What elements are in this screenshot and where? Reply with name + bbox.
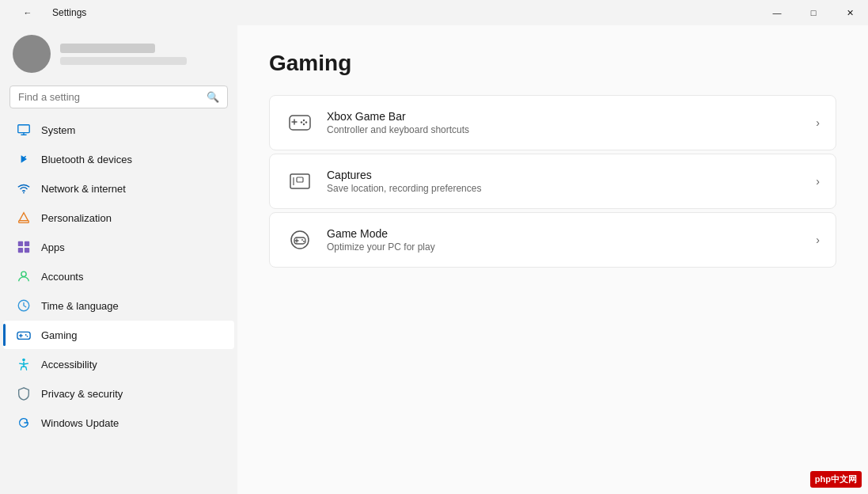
captures-card[interactable]: Captures Save location, recording prefer… [269, 154, 836, 209]
user-profile [0, 25, 237, 86]
maximize-button[interactable]: □ [795, 0, 832, 25]
app-title: Settings [52, 7, 86, 18]
captures-icon [286, 167, 314, 196]
xbox-game-bar-subtitle: Controller and keyboard shortcuts [327, 124, 803, 135]
sidebar-item-accounts-label: Accounts [41, 271, 83, 283]
svg-rect-17 [290, 116, 310, 130]
sidebar-item-gaming[interactable]: Gaming [3, 321, 234, 349]
apps-icon [16, 239, 32, 255]
svg-rect-8 [25, 248, 29, 253]
user-info [60, 44, 187, 65]
sidebar-item-accessibility[interactable]: Accessibility [3, 350, 234, 378]
captures-chevron: › [816, 175, 820, 188]
privacy-icon [16, 386, 32, 401]
sidebar-item-personalization-label: Personalization [41, 212, 112, 224]
svg-point-3 [23, 192, 25, 194]
app-body: 🔍 System [0, 25, 868, 494]
nav-list: System Bluetooth & devices [0, 115, 237, 438]
personalization-icon [16, 210, 32, 226]
search-input[interactable] [18, 91, 200, 103]
bluetooth-icon [16, 151, 32, 167]
update-icon [16, 415, 32, 431]
sidebar-item-update-label: Windows Update [41, 417, 119, 429]
avatar [13, 35, 51, 73]
sidebar-item-privacy-label: Privacy & security [41, 388, 123, 400]
xbox-game-bar-icon [286, 108, 314, 137]
svg-rect-0 [18, 125, 29, 133]
xbox-game-bar-card[interactable]: Xbox Game Bar Controller and keyboard sh… [269, 95, 836, 150]
sidebar-item-accessibility-label: Accessibility [41, 359, 97, 370]
game-mode-card[interactable]: Game Mode Optimize your PC for play › [269, 212, 836, 268]
user-email [60, 57, 187, 65]
captures-title: Captures [327, 169, 803, 181]
svg-point-32 [303, 241, 305, 242]
sidebar-item-accounts[interactable]: Accounts [3, 262, 234, 291]
captures-subtitle: Save location, recording preferences [327, 183, 803, 194]
sidebar-item-gaming-label: Gaming [41, 329, 78, 341]
game-mode-title: Game Mode [327, 227, 803, 240]
minimize-button[interactable]: — [759, 0, 795, 25]
sidebar-item-network[interactable]: Network & internet [3, 174, 234, 203]
user-name [60, 44, 155, 53]
xbox-game-bar-chevron: › [816, 116, 820, 129]
captures-text: Captures Save location, recording prefer… [327, 169, 803, 194]
svg-point-14 [25, 334, 27, 336]
sidebar-item-system[interactable]: System [3, 116, 234, 144]
sidebar-item-privacy[interactable]: Privacy & security [3, 379, 234, 408]
accessibility-icon [16, 356, 32, 372]
svg-point-15 [27, 336, 28, 337]
xbox-game-bar-text: Xbox Game Bar Controller and keyboard sh… [327, 110, 803, 135]
search-icon: 🔍 [207, 91, 219, 103]
sidebar: 🔍 System [0, 25, 237, 494]
game-mode-text: Game Mode Optimize your PC for play [327, 227, 803, 253]
sidebar-item-system-label: System [41, 124, 75, 136]
svg-point-9 [21, 272, 26, 276]
titlebar-left: ← Settings [9, 0, 86, 25]
titlebar-controls: — □ ✕ [759, 0, 868, 25]
watermark: php中文网 [810, 471, 862, 488]
svg-point-16 [22, 359, 25, 362]
svg-rect-5 [18, 241, 23, 246]
svg-point-21 [305, 121, 307, 123]
main-content: Gaming Xbox Game Bar Controller and keyb… [237, 25, 868, 494]
gaming-icon [16, 327, 32, 343]
close-button[interactable]: ✕ [832, 0, 868, 25]
game-mode-icon [286, 226, 314, 254]
titlebar: ← Settings — □ ✕ [0, 0, 868, 25]
svg-rect-4 [19, 221, 29, 223]
sidebar-item-apps-label: Apps [41, 241, 65, 253]
search-box[interactable]: 🔍 [9, 86, 228, 108]
game-mode-subtitle: Optimize your PC for play [327, 241, 803, 253]
sidebar-item-bluetooth-label: Bluetooth & devices [41, 154, 132, 165]
game-mode-chevron: › [816, 234, 820, 246]
svg-rect-25 [297, 177, 303, 182]
sidebar-item-personalization[interactable]: Personalization [3, 203, 234, 232]
network-icon [16, 180, 32, 196]
svg-point-27 [291, 231, 309, 249]
svg-rect-7 [18, 248, 23, 253]
sidebar-item-time[interactable]: Time & language [3, 291, 234, 320]
svg-point-31 [301, 239, 303, 241]
page-title: Gaming [269, 51, 836, 76]
sidebar-item-network-label: Network & internet [41, 183, 126, 195]
sidebar-item-time-label: Time & language [41, 300, 119, 312]
xbox-game-bar-title: Xbox Game Bar [327, 110, 803, 123]
sidebar-item-apps[interactable]: Apps [3, 233, 234, 261]
svg-point-20 [303, 120, 305, 121]
time-icon [16, 298, 32, 314]
back-button[interactable]: ← [9, 0, 46, 25]
system-icon [16, 122, 32, 138]
svg-point-22 [301, 121, 302, 123]
sidebar-item-update[interactable]: Windows Update [3, 408, 234, 437]
accounts-icon [16, 268, 32, 284]
svg-rect-6 [25, 241, 29, 246]
svg-point-23 [303, 124, 305, 125]
sidebar-item-bluetooth[interactable]: Bluetooth & devices [3, 145, 234, 173]
